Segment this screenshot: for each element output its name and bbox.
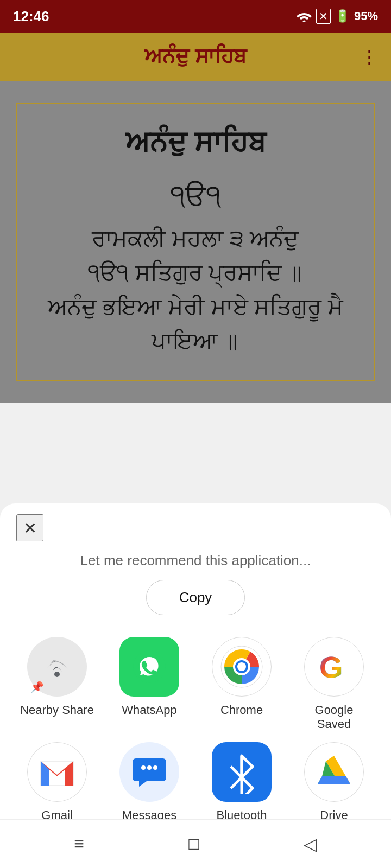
svg-point-13 bbox=[153, 765, 157, 770]
svg-point-12 bbox=[147, 765, 152, 770]
whatsapp-item[interactable]: WhatsApp bbox=[109, 637, 190, 731]
messages-icon bbox=[119, 742, 179, 802]
battery-icon: 🔋 bbox=[335, 9, 350, 23]
nearby-share-label: Nearby Share bbox=[20, 703, 94, 717]
svg-point-7 bbox=[237, 662, 246, 671]
gmail-item[interactable]: Gmail bbox=[16, 742, 98, 822]
google-saved-label: GoogleSaved bbox=[315, 703, 354, 731]
gmail-icon bbox=[27, 742, 87, 802]
x-icon: ✕ bbox=[316, 9, 331, 24]
svg-text:G: G bbox=[319, 650, 343, 684]
content-area: ਅਨੰਦੁ ਸਾਹਿਬ ੧ੳ੧ ਰਾਮਕਲੀ ਮਹਲਾ ੩ ਅਨੰਦੁ ੧ੳ੧ … bbox=[0, 81, 391, 403]
more-menu-icon[interactable]: ⋮ bbox=[361, 47, 378, 67]
svg-point-1 bbox=[54, 672, 60, 677]
content-body: ੧ੳ੧ ਰਾਮਕਲੀ ਮਹਲਾ ੩ ਅਨੰਦੁ ੧ੳ੧ ਸਤਿਗੁਰ ਪ੍ਰਸਾ… bbox=[34, 175, 357, 359]
status-icons: ✕ 🔋 95% bbox=[297, 9, 378, 24]
google-saved-item[interactable]: G G GoogleSaved bbox=[293, 637, 375, 731]
status-bar: 12:46 ✕ 🔋 95% bbox=[0, 0, 391, 33]
bluetooth-item[interactable]: Bluetooth bbox=[201, 742, 282, 822]
svg-point-11 bbox=[141, 765, 146, 770]
app-title: ਅਨੰਦੁ ਸਾਹਿਬ bbox=[144, 45, 247, 69]
wifi-icon bbox=[297, 10, 312, 22]
battery-percent: 95% bbox=[354, 9, 378, 23]
whatsapp-icon bbox=[119, 637, 179, 697]
close-button[interactable]: ✕ bbox=[16, 514, 43, 541]
chrome-icon bbox=[212, 637, 272, 697]
nav-bar: ≡ □ ◁ bbox=[0, 819, 391, 868]
drive-item[interactable]: Drive bbox=[293, 742, 375, 822]
drive-icon bbox=[304, 742, 364, 802]
nav-back-icon[interactable]: ◁ bbox=[304, 834, 317, 854]
svg-point-0 bbox=[302, 21, 305, 23]
share-sheet: ✕ Let me recommend this application... C… bbox=[0, 503, 391, 868]
nearby-pin-icon: 📌 bbox=[30, 680, 44, 693]
whatsapp-label: WhatsApp bbox=[122, 703, 177, 717]
app-bar: ਅਨੰਦੁ ਸਾਹਿਬ ⋮ bbox=[0, 33, 391, 81]
content-title: ਅਨੰਦੁ ਸਾਹਿਬ bbox=[34, 126, 357, 159]
google-saved-icon: G G bbox=[304, 637, 364, 697]
chrome-label: Chrome bbox=[220, 703, 263, 717]
share-message: Let me recommend this application... bbox=[16, 552, 375, 569]
nav-home-icon[interactable]: □ bbox=[188, 834, 199, 854]
content-card: ਅਨੰਦੁ ਸਾਹਿਬ ੧ੳ੧ ਰਾਮਕਲੀ ਮਹਲਾ ੩ ਅਨੰਦੁ ੧ੳ੧ … bbox=[16, 103, 375, 381]
messages-item[interactable]: Messages bbox=[109, 742, 190, 822]
copy-button[interactable]: Copy bbox=[146, 580, 245, 615]
bluetooth-icon bbox=[212, 742, 272, 802]
app-grid: 📌 Nearby Share WhatsApp bbox=[16, 631, 375, 839]
chrome-item[interactable]: Chrome bbox=[201, 637, 282, 731]
nav-menu-icon[interactable]: ≡ bbox=[74, 834, 84, 854]
nearby-share-icon: 📌 bbox=[27, 637, 87, 697]
nearby-share-item[interactable]: 📌 Nearby Share bbox=[16, 637, 98, 731]
status-time: 12:46 bbox=[13, 8, 49, 25]
